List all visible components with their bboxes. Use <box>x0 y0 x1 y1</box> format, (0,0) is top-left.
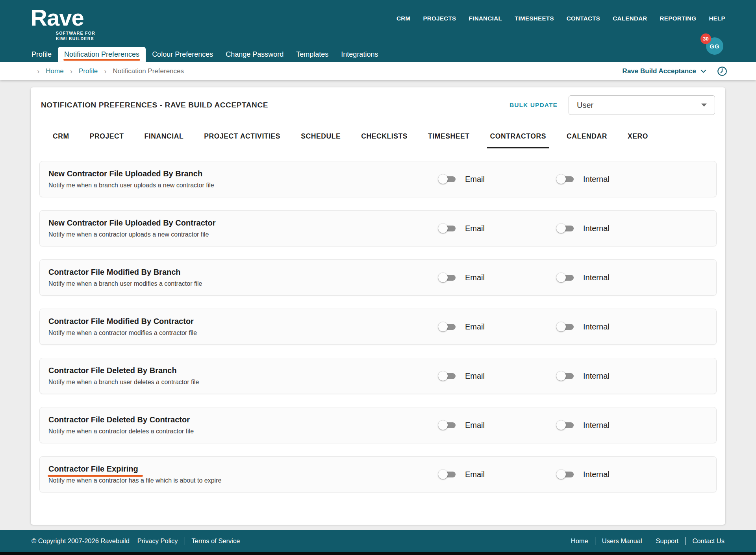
bulk-update-button[interactable]: BULK UPDATE <box>510 102 558 109</box>
email-toggle[interactable] <box>438 469 456 479</box>
footer-site-links: Home Users Manual Support Contact Us <box>571 537 724 545</box>
toggle-knob <box>438 224 448 233</box>
internal-toggle[interactable] <box>556 174 574 184</box>
notification-text: Contractor File Modified By Contractor N… <box>48 317 438 337</box>
scope-select-value: User <box>577 101 593 110</box>
card-header: NOTIFICATION PREFERENCES - RAVE BUILD AC… <box>31 87 725 115</box>
profile-tab-label: Profile <box>32 50 52 59</box>
top-nav-item[interactable]: REPORTING <box>660 15 697 22</box>
email-toggle[interactable] <box>438 223 456 233</box>
internal-toggle[interactable] <box>556 272 574 283</box>
notification-row: Contractor File Deleted By Contractor No… <box>39 407 717 443</box>
breadcrumb-item[interactable]: Profile <box>64 67 98 76</box>
profile-tab[interactable]: Colour Preferences <box>146 47 219 62</box>
notification-description: Notify me when a contractor modifies a c… <box>48 329 438 337</box>
category-tab[interactable]: CALENDAR <box>563 132 610 148</box>
notification-description: Notify me when a branch user modifies a … <box>48 280 438 287</box>
footer-link[interactable]: Home <box>571 537 588 545</box>
toggle-knob <box>438 470 448 479</box>
notification-title: Contractor File Expiring <box>48 464 138 474</box>
category-tab[interactable]: CONTRACTORS <box>487 132 549 148</box>
category-tab-label: XERO <box>628 132 648 140</box>
notification-description: Notify me when a branch user deletes a c… <box>48 379 438 386</box>
toggle-knob <box>556 174 566 184</box>
email-toggle-label: Email <box>465 372 485 381</box>
rave-logo[interactable]: Rave SOFTWARE FOR KIWI BUILDERS <box>31 6 95 41</box>
profile-tab-label: Colour Preferences <box>152 50 213 59</box>
app-header: Rave SOFTWARE FOR KIWI BUILDERS CRM PROJ… <box>0 0 756 62</box>
internal-toggle[interactable] <box>556 371 574 381</box>
profile-tab[interactable]: Profile <box>25 47 58 62</box>
logo-text: Rave <box>31 6 95 29</box>
top-nav-item[interactable]: FINANCIAL <box>469 15 502 22</box>
internal-toggle[interactable] <box>556 469 574 479</box>
internal-toggle-label: Internal <box>583 470 610 479</box>
category-tab[interactable]: PROJECT ACTIVITIES <box>201 132 284 148</box>
footer-link[interactable]: Terms of Service <box>185 537 240 545</box>
profile-tab-label: Integrations <box>341 50 378 59</box>
notification-text: New Contractor File Uploaded By Contract… <box>48 218 438 238</box>
profile-tab[interactable]: Integrations <box>335 47 384 62</box>
copyright-text: © Copyright 2007-2026 Ravebuild <box>32 537 130 545</box>
context-controls: Rave Build Acceptance <box>623 66 728 77</box>
profile-tab[interactable]: Notification Preferences <box>58 47 146 62</box>
profile-tab[interactable]: Change Password <box>219 47 290 62</box>
history-clock-icon[interactable] <box>717 66 728 77</box>
notification-row: New Contractor File Uploaded By Contract… <box>39 210 717 246</box>
notification-row: Contractor File Expiring Notify me when … <box>39 456 717 492</box>
email-toggle[interactable] <box>438 272 456 283</box>
notification-title: Contractor File Modified By Contractor <box>48 317 194 326</box>
email-toggle-label: Email <box>465 322 485 331</box>
internal-toggle[interactable] <box>556 223 574 233</box>
footer-link[interactable]: Support <box>649 537 679 545</box>
category-tab[interactable]: TIMESHEET <box>425 132 473 148</box>
user-avatar[interactable]: 30 GG <box>706 37 723 55</box>
top-nav-item[interactable]: TIMESHEETS <box>515 15 554 22</box>
notification-description: Notify me when a contractor has a file w… <box>48 477 438 484</box>
category-tab[interactable]: FINANCIAL <box>141 132 187 148</box>
category-tab[interactable]: CRM <box>50 132 72 148</box>
email-toggle-label: Email <box>465 273 485 282</box>
category-tab[interactable]: PROJECT <box>87 132 127 148</box>
toggle-knob <box>438 371 448 381</box>
top-nav-item[interactable]: CALENDAR <box>613 15 647 22</box>
footer-link[interactable]: Users Manual <box>595 537 642 545</box>
notification-text: Contractor File Modified By Branch Notif… <box>48 268 438 287</box>
scope-select[interactable]: User <box>569 95 715 115</box>
top-nav-item[interactable]: CRM <box>397 15 410 22</box>
footer-link[interactable]: Contact Us <box>685 537 724 545</box>
company-selector[interactable]: Rave Build Acceptance <box>623 67 706 75</box>
breadcrumb-item[interactable]: Home <box>31 67 64 76</box>
top-nav-item[interactable]: CONTACTS <box>567 15 600 22</box>
notification-text: Contractor File Deleted By Contractor No… <box>48 415 438 435</box>
logo-tagline: SOFTWARE FOR KIWI BUILDERS <box>56 30 95 41</box>
notification-description: Notify me when a branch user uploads a n… <box>48 182 438 189</box>
notification-preferences-card: NOTIFICATION PREFERENCES - RAVE BUILD AC… <box>31 87 725 525</box>
email-toggle[interactable] <box>438 420 456 430</box>
email-toggle[interactable] <box>438 322 456 332</box>
category-tab-label: FINANCIAL <box>145 132 184 140</box>
toggle-knob <box>556 420 566 430</box>
top-nav: CRM PROJECTS FINANCIAL TIMESHEETS CONTAC… <box>397 15 725 22</box>
category-tab[interactable]: XERO <box>624 132 651 148</box>
toggle-knob <box>556 470 566 479</box>
internal-toggle-group: Internal <box>556 272 622 283</box>
top-nav-item[interactable]: HELP <box>709 15 725 22</box>
internal-toggle[interactable] <box>556 420 574 430</box>
category-tab[interactable]: CHECKLISTS <box>358 132 411 148</box>
email-toggle-group: Email <box>438 371 556 381</box>
profile-tab[interactable]: Templates <box>290 47 335 62</box>
email-toggle[interactable] <box>438 174 456 184</box>
internal-toggle-group: Internal <box>556 322 622 332</box>
chevron-down-icon <box>700 69 706 73</box>
footer-link[interactable]: Privacy Policy <box>137 537 178 545</box>
footer-legal-links: Privacy Policy Terms of Service <box>137 537 240 545</box>
category-tab[interactable]: SCHEDULE <box>298 132 344 148</box>
internal-toggle-label: Internal <box>583 421 610 430</box>
internal-toggle[interactable] <box>556 322 574 332</box>
email-toggle-group: Email <box>438 420 556 430</box>
page-title: NOTIFICATION PREFERENCES - RAVE BUILD AC… <box>41 101 268 109</box>
top-nav-item[interactable]: PROJECTS <box>423 15 456 22</box>
toggle-knob <box>556 273 566 282</box>
email-toggle[interactable] <box>438 371 456 381</box>
